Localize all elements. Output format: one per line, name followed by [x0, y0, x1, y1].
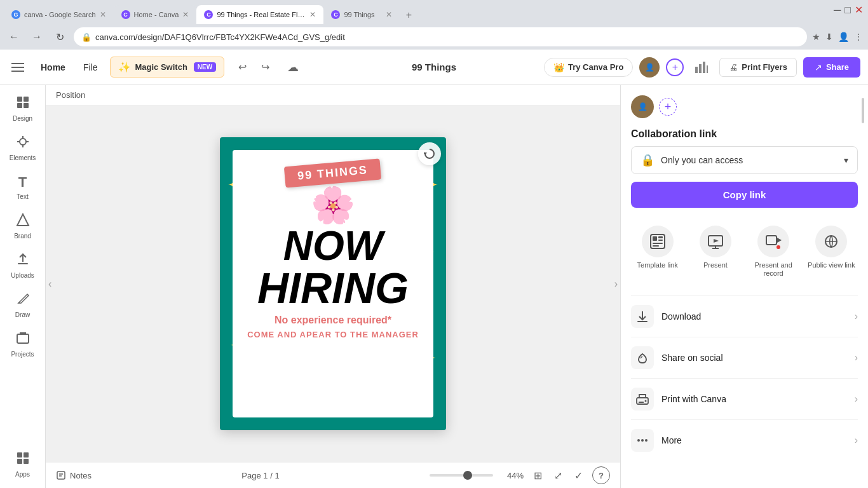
brand-icon: [16, 213, 30, 230]
tab-99things[interactable]: C 99 Things ✕: [323, 5, 400, 24]
tab-close-4[interactable]: ✕: [386, 10, 392, 19]
svg-rect-37: [766, 236, 776, 245]
share-option-present-record[interactable]: Present and record: [747, 220, 800, 283]
sidebar-brand-label: Brand: [14, 233, 31, 240]
tab-close-1[interactable]: ✕: [100, 10, 106, 19]
tab-google-search[interactable]: G canva - Google Search ✕: [4, 5, 114, 24]
share-button[interactable]: ↗ Share: [803, 57, 860, 78]
tab-99things-flyer[interactable]: C 99 Things - Real Estate Flyer ✕: [196, 5, 323, 24]
canvas-scroll-left[interactable]: ‹: [48, 278, 51, 290]
present-record-label: Present and record: [750, 261, 797, 278]
flyer-container: ✦ ✦ ✦ ✦ ✦ ✦ 99 THINGS 🌸: [220, 137, 446, 430]
refresh-button[interactable]: [418, 142, 441, 165]
download-action-icon: [631, 305, 654, 328]
maximize-button[interactable]: □: [844, 4, 851, 16]
share-option-public-view[interactable]: Public view link: [805, 220, 858, 283]
sidebar-elements-label: Elements: [10, 154, 36, 161]
zoom-slider[interactable]: [430, 474, 493, 477]
svg-marker-16: [17, 214, 29, 226]
sidebar-item-elements[interactable]: Elements: [4, 130, 42, 166]
share-option-template[interactable]: Template link: [631, 220, 684, 283]
toolbar: Home File ✨ Magic Switch NEW ↩ ↪ ☁ 99 Th…: [0, 50, 868, 85]
share-icon: ↗: [815, 62, 822, 72]
back-button[interactable]: ←: [5, 28, 23, 46]
toolbar-title: 99 Things: [412, 62, 456, 72]
forward-button[interactable]: →: [28, 28, 46, 46]
sidebar-item-draw[interactable]: Draw: [4, 287, 42, 323]
share-option-present[interactable]: Present: [689, 220, 742, 283]
view-buttons: ⊞ ⤢ ✓: [529, 466, 587, 484]
file-button[interactable]: File: [78, 60, 103, 75]
hamburger-menu[interactable]: [8, 57, 28, 78]
home-button[interactable]: Home: [36, 60, 71, 75]
access-dropdown[interactable]: 🔒 Only you can access ▾: [631, 146, 858, 174]
add-people-button[interactable]: +: [659, 98, 677, 116]
flyer-flower-icon: 🌸: [311, 187, 355, 223]
flyer-now-hiring: NOW HIRING: [257, 226, 409, 309]
close-button[interactable]: ✕: [855, 4, 863, 16]
new-tab-button[interactable]: +: [400, 6, 417, 24]
sidebar-apps-label: Apps: [15, 471, 30, 478]
position-label: Position: [56, 90, 85, 100]
svg-point-45: [637, 439, 640, 442]
tab-home-canva[interactable]: C Home - Canva ✕: [114, 5, 197, 24]
url-bar[interactable]: 🔒 canva.com/design/DAF1Q6Vlrrc/FBTc4YX2K…: [74, 27, 807, 46]
tab-close-3[interactable]: ✕: [309, 10, 316, 19]
sidebar-projects-label: Projects: [11, 351, 34, 358]
template-link-icon: [642, 226, 674, 257]
svg-rect-4: [699, 64, 702, 73]
download-row[interactable]: Download ›: [631, 295, 858, 337]
sidebar-item-apps[interactable]: Apps: [4, 446, 42, 483]
sidebar-item-text[interactable]: T Text: [4, 169, 42, 205]
share-social-label: Share on social: [661, 353, 847, 363]
svg-point-11: [20, 139, 26, 145]
tab-close-2[interactable]: ✕: [182, 10, 189, 19]
share-social-row[interactable]: Share on social ›: [631, 337, 858, 378]
print-flyers-button[interactable]: 🖨 Print Flyers: [719, 58, 797, 77]
help-button[interactable]: ?: [592, 466, 610, 484]
menu-icon[interactable]: ⋮: [854, 32, 863, 42]
lock-icon: 🔒: [81, 32, 92, 42]
svg-marker-34: [714, 239, 719, 243]
magic-switch-button[interactable]: ✨ Magic Switch NEW: [110, 57, 224, 78]
svg-rect-41: [637, 321, 648, 322]
svg-rect-20: [17, 452, 22, 458]
canvas-workspace[interactable]: ‹ ✦ ✦ ✦ ✦ ✦ ✦ 99 THINGS: [46, 105, 620, 462]
share-social-action-icon: [631, 346, 654, 369]
sidebar-item-design[interactable]: Design: [4, 90, 42, 127]
notes-button[interactable]: Notes: [56, 470, 92, 480]
canvas-scroll-right[interactable]: ›: [614, 278, 618, 290]
more-row[interactable]: More ›: [631, 419, 858, 461]
sidebar-design-label: Design: [13, 115, 32, 122]
flyer-sub-text: No experience required*: [275, 315, 391, 326]
download-icon[interactable]: ⬇: [825, 32, 833, 42]
bookmark-icon[interactable]: ★: [812, 32, 820, 42]
analytics-button[interactable]: [690, 56, 713, 79]
flyer-design[interactable]: ✦ ✦ ✦ ✦ ✦ ✦ 99 THINGS 🌸: [220, 137, 446, 430]
copy-link-button[interactable]: Copy link: [631, 182, 858, 208]
flyer-hiring-text: HIRING: [257, 266, 409, 309]
print-canva-row[interactable]: Print with Canva ›: [631, 378, 858, 419]
try-canva-pro-button[interactable]: 👑 Try Canva Pro: [544, 58, 633, 77]
reload-button[interactable]: ↻: [51, 28, 69, 46]
svg-rect-23: [24, 459, 29, 464]
expand-view-button[interactable]: ⤢: [549, 466, 567, 484]
add-collaborator-button[interactable]: +: [666, 58, 684, 76]
zoom-handle[interactable]: [463, 471, 472, 480]
sidebar-item-projects[interactable]: Projects: [4, 326, 42, 363]
scroll-bar[interactable]: [862, 98, 864, 123]
sidebar-item-brand[interactable]: Brand: [4, 208, 42, 245]
check-button[interactable]: ✓: [569, 466, 587, 484]
collaboration-section: Collaboration link 🔒 Only you can access…: [631, 128, 858, 208]
tab-bar: G canva - Google Search ✕ C Home - Canva…: [0, 0, 868, 24]
undo-button[interactable]: ↩: [232, 57, 252, 78]
svg-rect-17: [18, 263, 28, 264]
minimize-button[interactable]: ─: [834, 4, 841, 16]
more-chevron-icon: ›: [855, 435, 858, 446]
sidebar-item-uploads[interactable]: Uploads: [4, 247, 42, 284]
user-avatar[interactable]: 👤: [639, 57, 660, 78]
profile-icon[interactable]: 👤: [838, 32, 849, 42]
redo-button[interactable]: ↪: [255, 57, 275, 78]
grid-view-button[interactable]: ⊞: [529, 466, 546, 484]
print-canva-action-icon: [631, 388, 654, 410]
